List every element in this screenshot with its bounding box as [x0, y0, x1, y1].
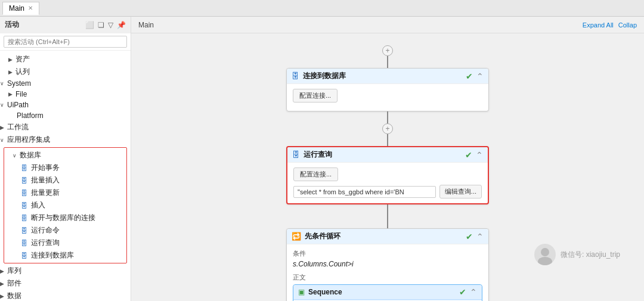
line-2	[387, 204, 388, 216]
svg-point-0	[541, 248, 549, 256]
tree-label-batch-insert: 批量插入	[31, 175, 60, 185]
loop-title: 先条件循环	[305, 231, 340, 241]
inner-seq-collapse[interactable]: ⌃	[470, 287, 477, 297]
tree-group-database: ∨ 数据库 🗄 开始事务 🗄 批量插入 �	[4, 147, 127, 263]
tree-item-database[interactable]: ∨ 数据库	[4, 149, 126, 162]
pin-icon[interactable]: 📌	[117, 21, 126, 29]
inner-sequence-node: ▣ Sequence ✔ ⌃	[293, 284, 482, 301]
tree-item-uipath[interactable]: ∨ UiPath	[0, 100, 131, 110]
connect-db-icon: 🗄	[292, 72, 299, 80]
tree-label-run-cmd: 运行命令	[31, 225, 60, 235]
tree-label-run-query: 运行查询	[31, 238, 60, 248]
canvas-toolbar: Main Expand All Collap	[131, 17, 644, 33]
line-1b	[387, 134, 388, 146]
tab-bar: Main ✕	[0, 0, 644, 17]
db-icon-connect: 🗄	[21, 252, 29, 259]
tree-item-run-cmd[interactable]: 🗄 运行命令	[4, 224, 126, 237]
db-icon-batch-insert: 🗄	[21, 177, 29, 184]
run-query-input-row: "select * from bs_ggbd where id='BN 编辑查询…	[293, 185, 482, 198]
loop-title-area: 🔁 先条件循环	[292, 231, 340, 241]
tree-item-appintegration[interactable]: ∨ 应用程序集成	[0, 134, 131, 146]
loop-body-label: 正文	[293, 273, 482, 282]
run-query-collapse[interactable]: ⌃	[476, 150, 483, 160]
tab-close-main[interactable]: ✕	[28, 5, 33, 11]
inner-seq-title-area: ▣ Sequence	[298, 288, 342, 296]
inner-seq-icon: ▣	[298, 288, 305, 296]
inner-seq-actions: ✔ ⌃	[459, 287, 477, 297]
canvas-area: Main Expand All Collap + 🗄	[131, 17, 644, 301]
tree-arrow-data: ▶	[0, 293, 7, 299]
tree-item-data[interactable]: ▶ 数据	[0, 290, 131, 301]
canvas-actions: Expand All Collap	[583, 21, 637, 29]
tree-item-lieku[interactable]: ▶ 库列	[0, 265, 131, 277]
tree-label-connect-db: 连接到数据库	[31, 250, 74, 260]
tree-item-begin-tx[interactable]: 🗄 开始事务	[4, 162, 126, 174]
tree-label-appintegration: 应用程序集成	[7, 135, 50, 145]
tree-arrow-buji: ▶	[0, 281, 7, 287]
run-query-body: 配置连接... "select * from bs_ggbd where id=…	[287, 163, 488, 203]
watermark-avatar	[534, 244, 556, 265]
tree-label-uipath: UiPath	[7, 101, 29, 109]
tree-arrow-workflow: ▶	[0, 125, 7, 131]
watermark: 微信号: xiaojiu_trip	[534, 244, 620, 265]
tab-main-label: Main	[9, 4, 24, 13]
tree-item-connect-db[interactable]: 🗄 连接到数据库	[4, 249, 126, 262]
tree-label-system: System	[7, 79, 31, 88]
run-query-header: 🗄 运行查询 ✔ ⌃	[287, 147, 488, 163]
tree-arrow-file: ▶	[8, 91, 16, 97]
collapse-button[interactable]: Collap	[618, 21, 637, 29]
sidebar-search-container	[0, 33, 131, 51]
sidebar-title: 活动	[5, 20, 19, 30]
tree-item-system[interactable]: ∨ System	[0, 78, 131, 89]
svg-point-1	[538, 257, 552, 265]
edit-query-btn[interactable]: 编辑查询...	[439, 185, 482, 198]
expand-all-button[interactable]: Expand All	[583, 21, 614, 29]
search-input[interactable]	[4, 36, 127, 48]
tree-item-platform[interactable]: Platform	[0, 110, 131, 121]
connect-db-config-btn[interactable]: 配置连接...	[293, 89, 338, 103]
run-query-text: "select * from bs_ggbd where id='BN	[293, 186, 436, 198]
db-icon-run-query: 🗄	[21, 240, 29, 247]
sidebar-header: 活动 ⬜ ❏ ▽ 📌	[0, 17, 131, 33]
connector-1: +	[382, 111, 393, 146]
tree-arrow-database: ∨	[13, 153, 20, 159]
add-1[interactable]: +	[382, 123, 393, 134]
run-query-title: 运行查询	[304, 150, 332, 160]
tree-item-assets[interactable]: ▶ 资产	[0, 53, 131, 66]
tree-label-insert: 插入	[31, 200, 45, 210]
filter-icon[interactable]: ▽	[108, 21, 113, 29]
canvas-body: + 🗄 连接到数据库 ✔ ⌃	[131, 33, 644, 301]
tab-main[interactable]: Main ✕	[2, 2, 39, 15]
tree-item-batch-insert[interactable]: 🗄 批量插入	[4, 174, 126, 187]
top-connector: +	[382, 45, 393, 68]
tree-item-insert[interactable]: 🗄 插入	[4, 199, 126, 212]
run-query-config-btn[interactable]: 配置连接...	[293, 167, 338, 181]
add-top[interactable]: +	[382, 45, 393, 56]
tree-item-renlie[interactable]: ▶ 认列	[0, 66, 131, 78]
run-query-icon: 🗄	[292, 150, 300, 159]
connect-db-title-area: 🗄 连接到数据库	[292, 71, 346, 81]
run-query-title-area: 🗄 运行查询	[292, 150, 332, 160]
tree-item-run-query[interactable]: 🗄 运行查询	[4, 237, 126, 249]
tree-item-buji[interactable]: ▶ 部件	[0, 277, 131, 290]
run-query-node: 🗄 运行查询 ✔ ⌃ 配置连接... "select *	[286, 146, 489, 204]
tree-item-batch-update[interactable]: 🗄 批量更新	[4, 187, 126, 199]
tree-item-file[interactable]: ▶ File	[0, 89, 131, 100]
sidebar-icons: ⬜ ❏ ▽ 📌	[85, 21, 126, 29]
paste-icon[interactable]: ❏	[98, 21, 104, 29]
run-query-check: ✔	[465, 150, 472, 160]
connect-db-collapse[interactable]: ⌃	[476, 72, 484, 81]
tree-item-disconnect[interactable]: 🗄 断开与数据库的连接	[4, 212, 126, 224]
tree-arrow-lieku: ▶	[0, 268, 7, 274]
copy-icon[interactable]: ⬜	[85, 21, 94, 29]
tree-label-lieku: 库列	[7, 266, 21, 276]
connect-db-header: 🗄 连接到数据库 ✔ ⌃	[287, 69, 488, 84]
sidebar-tree: ▶ 资产 ▶ 认列 ∨ System ▶ File	[0, 51, 131, 301]
tree-label-begin-tx: 开始事务	[31, 163, 60, 173]
tree-item-workflow[interactable]: ▶ 工作流	[0, 121, 131, 134]
loop-collapse[interactable]: ⌃	[476, 232, 484, 241]
run-query-config-row: 配置连接...	[293, 167, 482, 181]
tree-arrow-uipath: ∨	[0, 102, 7, 108]
tree-label-data: 数据	[7, 291, 21, 301]
loop-icon: 🔁	[292, 232, 301, 241]
